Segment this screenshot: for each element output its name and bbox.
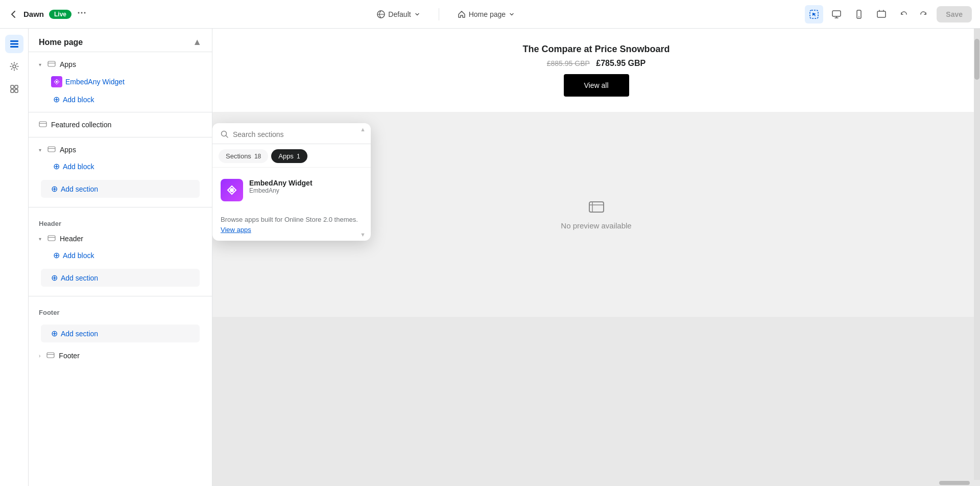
default-button[interactable]: Default: [371, 7, 426, 21]
product-title: The Compare at Price Snowboard: [233, 44, 960, 55]
svg-rect-11: [10, 46, 18, 48]
plus-circle-icon: ⊕: [53, 95, 60, 104]
apps-parent-item-2[interactable]: ▾ Apps: [29, 142, 212, 158]
svg-rect-5: [832, 11, 841, 16]
back-button[interactable]: [8, 9, 18, 19]
featured-collection-group: Featured collection: [29, 117, 212, 133]
mobile-view-button[interactable]: [850, 5, 868, 24]
add-section-button-1[interactable]: ⊕ Add section: [41, 180, 200, 198]
svg-rect-20: [39, 122, 46, 127]
embedany-label: EmbedAny Widget: [65, 78, 125, 86]
svg-point-32: [230, 188, 234, 192]
featured-collection-label: Featured collection: [51, 121, 202, 129]
add-block-button-header[interactable]: ⊕ Add block: [29, 247, 212, 264]
add-block-button-2[interactable]: ⊕ Add block: [29, 158, 212, 175]
topbar-right: Save: [805, 5, 972, 24]
popup-tabs: Sections 18 Apps 1: [212, 144, 371, 168]
svg-rect-26: [47, 353, 54, 358]
pointer-tool-button[interactable]: [805, 5, 823, 24]
search-input[interactable]: [233, 130, 363, 138]
left-panel: Home page ▲ ▾ Apps EmbedAny Widget ⊕: [29, 29, 212, 486]
browse-apps-text: Browse apps built for Online Store 2.0 t…: [221, 215, 363, 235]
add-block-button-1[interactable]: ⊕ Add block: [29, 91, 212, 108]
chevron-down-icon: ▾: [39, 62, 41, 67]
plus-icon-footer: ⊕: [51, 329, 58, 338]
left-panel-scroll: ▾ Apps EmbedAny Widget ⊕ Add block: [29, 52, 212, 486]
embedany-app-name: EmbedAny Widget: [249, 179, 363, 187]
plus-circle-icon-2: ⊕: [53, 161, 60, 171]
svg-rect-13: [11, 85, 14, 88]
sections-sidebar-button[interactable]: [5, 35, 23, 53]
featured-icon: [39, 121, 47, 129]
svg-rect-17: [48, 61, 55, 66]
save-button[interactable]: Save: [937, 6, 972, 22]
home-page-button[interactable]: Home page: [451, 7, 521, 21]
search-icon: [221, 130, 229, 138]
add-section-popup[interactable]: ▲ Sections 18: [212, 123, 371, 241]
add-section-button-footer[interactable]: ⊕ Add section: [41, 325, 200, 342]
svg-rect-16: [15, 89, 18, 92]
price-area: £885.95 GBP £785.95 GBP: [233, 59, 960, 68]
embedany-app-info: EmbedAny Widget EmbedAny: [249, 179, 363, 194]
other-view-button[interactable]: [872, 5, 891, 24]
desktop-view-button[interactable]: [827, 5, 846, 24]
sections-tab-count: 18: [254, 153, 261, 160]
scroll-top-indicator: ▲: [360, 126, 366, 132]
divider-3: [29, 207, 212, 207]
chevron-down-icon-header: ▾: [39, 236, 41, 242]
apps-parent-item[interactable]: ▾ Apps: [29, 56, 212, 73]
settings-sidebar-button[interactable]: [5, 57, 23, 76]
scroll-up-button[interactable]: ▲: [193, 37, 202, 48]
header-group-title: Header: [29, 212, 212, 230]
more-button[interactable]: [77, 8, 87, 20]
footer-item[interactable]: › Footer: [29, 348, 212, 364]
embedany-svg-icon: [225, 183, 239, 197]
divider-4: [29, 296, 212, 296]
old-price: £885.95 GBP: [547, 59, 590, 67]
section-icon-2: [47, 146, 56, 154]
scroll-bot-indicator: ▼: [360, 232, 366, 238]
apps-label: Apps: [60, 60, 202, 68]
apps-label-2: Apps: [60, 146, 202, 154]
apps-tab[interactable]: Apps 1: [271, 149, 307, 163]
view-apps-link[interactable]: View apps: [221, 226, 251, 234]
bottom-scrollbar[interactable]: [212, 480, 980, 486]
icon-sidebar: [0, 29, 29, 486]
svg-point-7: [858, 16, 859, 17]
view-all-button[interactable]: View all: [564, 74, 629, 97]
embedany-item[interactable]: EmbedAny Widget: [29, 73, 212, 91]
svg-rect-10: [10, 43, 18, 45]
plus-icon-1: ⊕: [51, 184, 58, 194]
header-item[interactable]: ▾ Header: [29, 230, 212, 247]
svg-point-0: [78, 12, 80, 14]
default-label: Default: [388, 10, 411, 18]
preview-scrollbar[interactable]: [974, 29, 980, 480]
topbar-left: Dawn Live: [8, 8, 87, 20]
featured-collection-item[interactable]: Featured collection: [29, 117, 212, 133]
svg-rect-24: [48, 236, 55, 241]
redo-button[interactable]: [914, 5, 933, 24]
undo-button[interactable]: [895, 5, 913, 24]
undo-redo-group: [895, 5, 933, 24]
add-block-label-1: Add block: [63, 96, 94, 104]
plus-circle-icon-header: ⊕: [53, 250, 60, 260]
add-section-label-header: Add section: [61, 274, 98, 282]
header-group: Header ▾ Header ⊕ Add block ⊕ Add sectio…: [29, 212, 212, 292]
sections-tab-label: Sections: [226, 152, 251, 160]
app-item-embedany[interactable]: EmbedAny Widget EmbedAny: [221, 174, 363, 206]
footer-group-title: Footer: [29, 300, 212, 319]
preview-inner: The Compare at Price Snowboard £885.95 G…: [212, 29, 980, 480]
svg-rect-15: [11, 89, 14, 92]
apps-sidebar-button[interactable]: [5, 80, 23, 98]
embedany-icon: [51, 76, 62, 87]
add-section-button-header[interactable]: ⊕ Add section: [41, 269, 200, 287]
page-title: Home page: [39, 38, 83, 47]
svg-rect-8: [877, 11, 886, 17]
divider-1: [29, 112, 212, 112]
sections-tab[interactable]: Sections 18: [219, 149, 268, 163]
preview-content[interactable]: The Compare at Price Snowboard £885.95 G…: [212, 29, 980, 480]
apps-tab-label: Apps: [278, 152, 294, 160]
theme-name: Dawn: [23, 10, 44, 18]
no-preview-label: No preview available: [561, 221, 631, 230]
header-label: Header: [60, 235, 202, 243]
